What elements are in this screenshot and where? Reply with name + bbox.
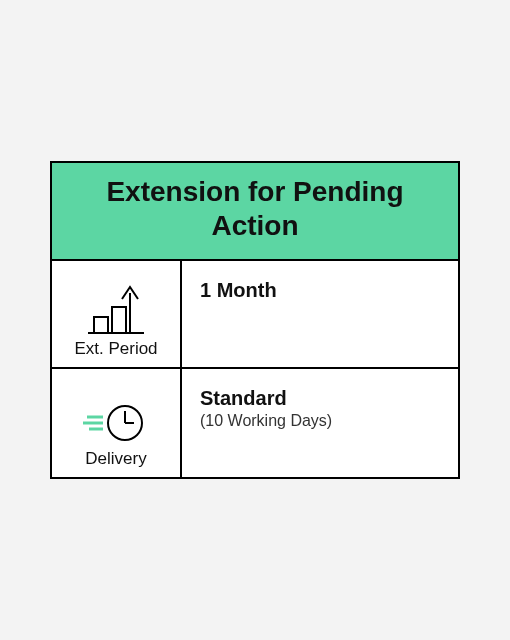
svg-rect-2 <box>112 307 126 333</box>
delivery-value: Standard <box>200 387 448 410</box>
ext-period-value-cell: 1 Month <box>182 261 458 367</box>
chart-arrow-icon <box>82 283 150 337</box>
ext-period-icon-cell: Ext. Period <box>52 261 182 367</box>
card-title: Extension for Pending Action <box>60 175 450 242</box>
ext-period-row: Ext. Period 1 Month <box>52 261 458 369</box>
svg-rect-1 <box>94 317 108 333</box>
card-header: Extension for Pending Action <box>52 163 458 260</box>
delivery-icon-cell: Delivery <box>52 369 182 477</box>
fast-clock-icon <box>77 399 155 447</box>
ext-period-value: 1 Month <box>200 279 448 302</box>
delivery-label: Delivery <box>85 449 146 469</box>
delivery-value-cell: Standard (10 Working Days) <box>182 369 458 477</box>
delivery-subvalue: (10 Working Days) <box>200 412 448 430</box>
ext-period-label: Ext. Period <box>74 339 157 359</box>
extension-card: Extension for Pending Action Ext. Period… <box>50 161 460 478</box>
delivery-row: Delivery Standard (10 Working Days) <box>52 369 458 477</box>
